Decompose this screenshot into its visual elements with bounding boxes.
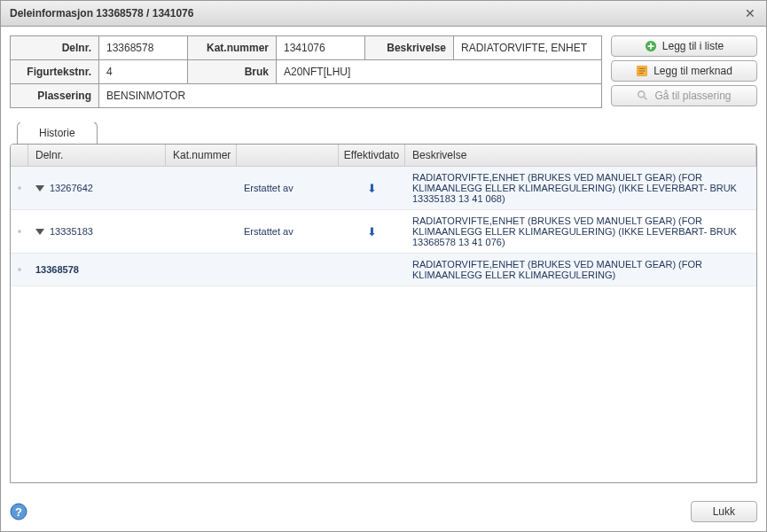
label-bruk: Bruk [188,60,277,84]
goto-placement-label: Gå til plassering [654,90,731,102]
label-katnummer: Kat.nummer [188,36,277,60]
action-buttons: Legg til i liste Legg til merknad Gå til… [611,35,757,108]
note-icon [636,65,648,77]
delnr-text: 13267642 [50,183,93,193]
expand-cell[interactable] [11,176,28,200]
tab-strip: Historie [13,122,757,144]
cell-eff [339,264,405,275]
cell-besk: RADIATORVIFTE,ENHET (BRUKES VED MANUELT … [405,210,756,253]
cell-kat [166,183,237,193]
col-header-erst [237,145,339,166]
cell-besk: RADIATORVIFTE,ENHET (BRUKES VED MANUELT … [405,167,756,209]
add-note-button[interactable]: Legg til merknad [611,60,757,82]
cell-erst: Erstattet av [237,221,339,242]
close-button[interactable]: Lukk [691,501,757,522]
cell-eff: ⬇ [339,220,405,244]
col-header-kat[interactable]: Kat.nummer [166,145,237,166]
cell-erst [237,264,339,275]
expand-cell[interactable] [11,258,28,281]
value-beskrivelse: RADIATORVIFTE, ENHET [454,36,602,60]
value-bruk: A20NFT[LHU] [277,60,602,84]
grid-header: Delnr. Kat.nummer Effektivdato Beskrivel… [11,145,756,167]
table-row[interactable]: 13335183Erstattet av⬇RADIATORVIFTE,ENHET… [11,210,756,254]
value-katnummer: 1341076 [277,36,365,60]
table-row[interactable]: 13267642Erstattet av⬇RADIATORVIFTE,ENHET… [11,167,756,210]
grid-body: 13267642Erstattet av⬇RADIATORVIFTE,ENHET… [11,167,756,482]
history-grid: Delnr. Kat.nummer Effektivdato Beskrivel… [11,145,756,482]
value-delnr: 13368578 [99,36,188,60]
dialog-footer: ? Lukk [1,492,766,531]
svg-point-2 [638,91,645,98]
search-icon [637,90,649,102]
dialog: Deleinformasjon 13368578 / 1341076 ✕ Del… [0,0,767,532]
plus-icon[interactable] [18,263,21,276]
cell-delnr: 13368578 [28,259,166,280]
add-to-list-button[interactable]: Legg til i liste [611,35,757,57]
cell-delnr: 13267642 [28,177,166,199]
col-header-delnr[interactable]: Delnr. [28,145,166,166]
col-header-expand [11,145,28,166]
cell-kat [166,226,237,237]
arrow-down-icon: ⬇ [367,225,377,239]
dialog-title: Deleinformasjon 13368578 / 1341076 [10,7,193,20]
label-figurtekstnr: Figurtekstnr. [11,60,99,84]
delnr-text: 13368578 [35,264,79,275]
arrow-down-icon: ⬇ [367,182,377,195]
table-row[interactable]: 13368578RADIATORVIFTE,ENHET (BRUKES VED … [11,254,756,286]
label-beskrivelse: Beskrivelse [365,36,454,60]
goto-placement-button[interactable]: Gå til plassering [611,85,757,106]
chevron-down-icon[interactable] [35,185,44,192]
cell-besk: RADIATORVIFTE,ENHET (BRUKES VED MANUELT … [405,254,756,286]
tab-panel: Delnr. Kat.nummer Effektivdato Beskrivel… [10,144,757,483]
dialog-content: Delnr. 13368578 Kat.nummer 1341076 Beskr… [1,27,766,492]
cell-erst: Erstattet av [237,177,339,199]
value-figurtekstnr: 4 [99,60,188,84]
col-header-eff[interactable]: Effektivdato [339,145,405,166]
chevron-down-icon[interactable] [35,229,44,235]
top-row: Delnr. 13368578 Kat.nummer 1341076 Beskr… [10,35,757,108]
label-delnr: Delnr. [11,36,99,60]
label-plassering: Plassering [11,84,99,108]
value-plassering: BENSINMOTOR [99,84,602,108]
add-to-list-label: Legg til i liste [662,40,724,52]
cell-delnr: 13335183 [28,221,166,242]
delnr-text: 13335183 [50,226,93,237]
titlebar: Deleinformasjon 13368578 / 1341076 ✕ [1,1,766,27]
cell-eff: ⬇ [339,176,405,200]
close-icon[interactable]: ✕ [743,6,757,20]
plus-icon[interactable] [18,182,21,194]
plus-icon[interactable] [18,225,21,238]
help-icon[interactable]: ? [10,503,27,520]
add-note-label: Legg til merknad [654,65,732,77]
tab-history[interactable]: Historie [17,122,98,144]
expand-cell[interactable] [11,220,28,243]
svg-text:?: ? [15,505,22,519]
info-table: Delnr. 13368578 Kat.nummer 1341076 Beskr… [10,35,602,108]
add-icon [645,40,657,52]
tab-outer: Historie Delnr. Kat.nummer Effektivdato … [10,122,757,483]
col-header-besk[interactable]: Beskrivelse [405,145,756,166]
cell-kat [166,264,237,275]
